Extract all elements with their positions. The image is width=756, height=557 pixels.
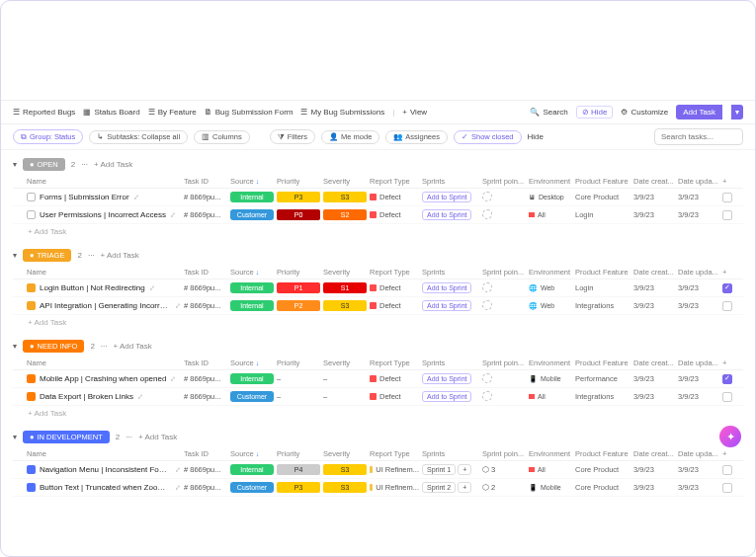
- hide-filters-button[interactable]: Hide: [528, 132, 544, 141]
- source-tag[interactable]: Internal: [230, 282, 274, 293]
- expand-icon[interactable]: ⤢: [170, 375, 176, 383]
- collapse-toggle[interactable]: ▾: [13, 433, 17, 441]
- report-type[interactable]: Defect: [370, 210, 419, 219]
- priority-tag[interactable]: –: [277, 392, 320, 401]
- sprint-points-empty[interactable]: [482, 373, 492, 383]
- status-badge[interactable]: ●NEED INFO: [23, 340, 84, 353]
- column-header[interactable]: Product Feature: [575, 177, 630, 186]
- fab-button[interactable]: ✦: [719, 426, 741, 447]
- search-tasks-input[interactable]: [654, 128, 743, 145]
- column-header[interactable]: Sprints: [422, 177, 479, 186]
- task-name[interactable]: User Permissions | Incorrect Access: [40, 210, 166, 219]
- add-column[interactable]: +: [722, 358, 734, 367]
- column-header[interactable]: Source ↓: [230, 449, 274, 458]
- sprint-points-empty[interactable]: [482, 192, 492, 201]
- collapse-toggle[interactable]: ▾: [13, 342, 17, 351]
- row-status-icon[interactable]: [27, 210, 36, 219]
- table-row[interactable]: User Permissions | Incorrect Access⤢# 86…: [13, 206, 743, 224]
- view-my-bug-submissions[interactable]: ☰ My Bug Submissions: [300, 108, 384, 117]
- report-type[interactable]: Defect: [370, 193, 419, 201]
- priority-tag[interactable]: P3: [277, 192, 320, 202]
- column-header[interactable]: Task ID: [184, 358, 227, 367]
- sprint-tag[interactable]: Sprint 2: [422, 482, 456, 493]
- row-status-icon[interactable]: [27, 465, 36, 474]
- column-header[interactable]: Report Type: [370, 449, 419, 458]
- environment[interactable]: 🌐 Web: [529, 302, 572, 310]
- column-header[interactable]: Task ID: [184, 449, 227, 458]
- column-header[interactable]: Severity: [323, 177, 367, 186]
- add-task-button[interactable]: Add Task: [676, 105, 722, 119]
- group-more[interactable]: ···: [88, 251, 95, 260]
- group-more[interactable]: ···: [101, 342, 108, 351]
- task-name[interactable]: Navigation Menu | Inconsistent Font Si..…: [40, 465, 171, 474]
- column-header[interactable]: Source ↓: [230, 358, 274, 367]
- filters-pill[interactable]: ⧩ Filters: [270, 129, 315, 144]
- column-header[interactable]: Severity: [323, 268, 367, 277]
- column-header[interactable]: Source ↓: [230, 268, 274, 277]
- column-header[interactable]: Date creat...: [633, 358, 675, 367]
- view-status-board[interactable]: ▦ Status Board: [83, 108, 139, 117]
- view-bug-submission-form[interactable]: 🗎 Bug Submission Form: [205, 108, 294, 117]
- product-feature[interactable]: Integrations: [575, 392, 630, 401]
- table-row[interactable]: Login Button | Not Redirecting⤢# 8669pu.…: [13, 279, 743, 297]
- severity-tag[interactable]: S3: [323, 192, 367, 202]
- sprint-points-empty[interactable]: [482, 391, 492, 401]
- column-header[interactable]: Name: [27, 177, 181, 186]
- column-header[interactable]: Date upda...: [678, 177, 719, 186]
- row-status-icon[interactable]: [27, 301, 36, 310]
- sprint-points-empty[interactable]: [482, 282, 492, 292]
- row-checkbox[interactable]: [722, 193, 732, 202]
- environment[interactable]: All: [529, 393, 572, 400]
- source-tag[interactable]: Customer: [230, 482, 274, 493]
- expand-icon[interactable]: ⤢: [175, 466, 181, 474]
- column-header[interactable]: Sprints: [422, 268, 479, 277]
- add-to-sprint-button[interactable]: Add to Sprint: [422, 192, 471, 202]
- column-header[interactable]: Product Feature: [575, 449, 630, 458]
- view-reported-bugs[interactable]: ☰ Reported Bugs: [13, 108, 75, 117]
- row-checkbox[interactable]: [722, 210, 732, 220]
- product-feature[interactable]: Core Product: [575, 193, 630, 201]
- collapse-toggle[interactable]: ▾: [13, 251, 17, 260]
- group-more[interactable]: ···: [81, 160, 88, 169]
- row-checkbox[interactable]: [722, 483, 732, 493]
- add-to-sprint-button[interactable]: Add to Sprint: [422, 300, 471, 311]
- sprint-points[interactable]: ⬡ 3: [482, 465, 526, 474]
- status-badge[interactable]: ●TRIAGE: [23, 249, 71, 262]
- severity-tag[interactable]: S3: [323, 300, 367, 311]
- priority-tag[interactable]: P0: [277, 209, 320, 220]
- collapse-toggle[interactable]: ▾: [13, 160, 17, 169]
- source-tag[interactable]: Internal: [230, 373, 274, 384]
- status-badge[interactable]: ●OPEN: [23, 158, 65, 171]
- row-status-icon[interactable]: [27, 392, 36, 401]
- task-name[interactable]: API Integration | Generating Incorrect .…: [40, 301, 171, 310]
- report-type[interactable]: UI Refinem...: [370, 483, 419, 492]
- row-status-icon[interactable]: [27, 374, 36, 383]
- column-header[interactable]: Date creat...: [633, 449, 675, 458]
- column-header[interactable]: Environment: [529, 449, 572, 458]
- add-to-sprint-button[interactable]: Add to Sprint: [422, 373, 471, 384]
- column-header[interactable]: Priority: [277, 177, 320, 186]
- product-feature[interactable]: Integrations: [575, 301, 630, 310]
- severity-tag[interactable]: S3: [323, 464, 367, 475]
- environment[interactable]: All: [529, 211, 572, 218]
- column-header[interactable]: Sprints: [422, 449, 479, 458]
- column-header[interactable]: Environment: [529, 358, 572, 367]
- column-header[interactable]: Report Type: [370, 268, 419, 277]
- column-header[interactable]: Name: [27, 449, 181, 458]
- row-status-icon[interactable]: [27, 283, 36, 292]
- source-tag[interactable]: Internal: [230, 300, 274, 311]
- product-feature[interactable]: Core Product: [575, 483, 630, 492]
- task-name[interactable]: Button Text | Truncated when Zoomed...: [40, 483, 171, 492]
- new-task-row[interactable]: + Add Task: [13, 224, 743, 241]
- report-type[interactable]: Defect: [370, 301, 419, 310]
- column-header[interactable]: Name: [27, 268, 181, 277]
- view-by-feature[interactable]: ☰ By Feature: [148, 108, 197, 117]
- group-add-task[interactable]: + Add Task: [101, 251, 139, 260]
- task-name[interactable]: Forms | Submission Error: [40, 193, 129, 201]
- row-checkbox[interactable]: [722, 392, 732, 402]
- priority-tag[interactable]: P4: [277, 464, 320, 475]
- new-task-row[interactable]: + Add Task: [13, 406, 743, 423]
- environment[interactable]: 🌐 Web: [529, 284, 572, 292]
- report-type[interactable]: Defect: [370, 283, 419, 292]
- report-type[interactable]: Defect: [370, 374, 419, 383]
